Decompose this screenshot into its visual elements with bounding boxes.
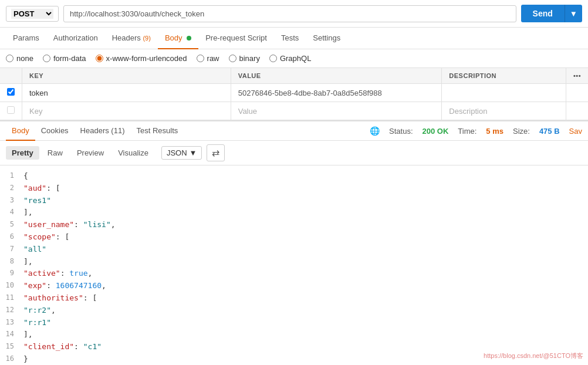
headers-badge: (9) [143,35,150,42]
tab-tests[interactable]: Tests [274,28,306,49]
format-pretty-button[interactable]: Pretty [6,146,39,160]
request-bar: POST GET PUT DELETE Send ▼ [0,0,588,28]
row-value-value: 50276846-5be8-4dbe-8ab7-0a8d5e58f988 [238,89,382,97]
json-viewer: 1 { 2 "aud": [ 3 "res1" 4 ], 5 "user_nam… [0,165,588,365]
body-dot [187,36,191,40]
globe-icon: 🌐 [370,126,380,136]
format-type-label: JSON [167,148,187,157]
format-visualize-button[interactable]: Visualize [112,146,154,160]
params-table: KEY VALUE DESCRIPTION ••• token 50276846… [0,68,588,120]
method-selector[interactable]: POST GET PUT DELETE [6,6,59,22]
row-value-cell: 50276846-5be8-4dbe-8ab7-0a8d5e58f988 [231,84,442,102]
send-dropdown-button[interactable]: ▼ [565,5,582,22]
json-line-12: 12 "r:r2", [0,305,588,317]
col-desc-header: DESCRIPTION [442,68,566,84]
json-line-10: 10 "exp": 1606747160, [0,280,588,292]
body-type-urlencoded[interactable]: x-www-form-urlencoded [96,54,187,63]
placeholder-desc: Description [449,107,487,116]
placeholder-checkbox[interactable] [7,106,15,114]
body-type-form-data[interactable]: form-data [43,54,86,63]
body-type-binary[interactable]: binary [229,54,260,63]
send-button-group: Send ▼ [521,5,582,22]
json-line-1: 1 { [0,170,588,182]
row-actions-cell [566,84,588,102]
placeholder-key-cell: Key [22,102,231,120]
status-label: Status: [389,127,413,136]
tab-params[interactable]: Params [6,28,46,49]
format-type-chevron: ▼ [190,148,197,157]
body-type-raw[interactable]: raw [197,54,219,63]
format-type-select[interactable]: JSON ▼ [161,146,202,160]
response-status-bar: 🌐 Status: 200 OK Time: 5 ms Size: 475 B … [370,126,582,136]
tab-body[interactable]: Body [158,28,198,49]
tab-authorization[interactable]: Authorization [46,28,105,49]
wrap-button[interactable]: ⇄ [207,144,225,161]
placeholder-actions-cell [566,102,588,120]
size-label: Size: [513,127,530,136]
request-tab-nav: Params Authorization Headers (9) Body Pr… [0,28,588,49]
json-line-7: 7 "all" [0,244,588,256]
placeholder-checkbox-cell [0,102,22,120]
json-line-14: 14 ], [0,329,588,341]
send-button[interactable]: Send [521,5,565,22]
time-value: 5 ms [486,127,503,136]
json-line-11: 11 "authorities": [ [0,292,588,305]
body-type-none[interactable]: none [6,54,33,63]
row-desc-cell [442,84,566,102]
table-row: token 50276846-5be8-4dbe-8ab7-0a8d5e58f9… [0,84,588,102]
json-line-16: 16 } [0,353,588,365]
tab-pre-request-script[interactable]: Pre-request Script [198,28,274,49]
row-key-cell: token [22,84,231,102]
size-value: 475 B [539,127,560,136]
col-value-header: VALUE [231,68,442,84]
json-line-9: 9 "active": true, [0,268,588,280]
format-raw-button[interactable]: Raw [42,146,69,160]
placeholder-desc-cell: Description [442,102,566,120]
format-bar: Pretty Raw Preview Visualize JSON ▼ ⇄ [0,141,588,165]
json-line-5: 5 "user_name": "lisi", [0,219,588,231]
status-value: 200 OK [423,127,449,136]
table-placeholder-row: Key Value Description [0,102,588,120]
response-tab-headers[interactable]: Headers (11) [75,121,131,141]
response-tab-cookies[interactable]: Cookies [35,121,75,141]
format-preview-button[interactable]: Preview [71,146,110,160]
response-tab-test-results[interactable]: Test Results [130,121,184,141]
body-type-bar: none form-data x-www-form-urlencoded raw… [0,49,588,68]
col-checkbox [0,68,22,84]
response-section: Body Cookies Headers (11) Test Results 🌐… [0,121,588,365]
time-label: Time: [458,127,477,136]
save-button[interactable]: Sav [569,127,582,136]
json-line-15: 15 "client_id": "c1" [0,341,588,353]
placeholder-value-cell: Value [231,102,442,120]
body-type-graphql[interactable]: GraphQL [269,54,311,63]
tab-headers[interactable]: Headers (9) [105,28,158,49]
row-key-value: token [29,89,48,97]
url-input[interactable] [63,5,516,22]
row-checkbox[interactable] [7,88,15,96]
json-line-13: 13 "r:r1" [0,317,588,329]
placeholder-value: Value [238,107,257,116]
tab-settings[interactable]: Settings [306,28,347,49]
response-tab-body[interactable]: Body [6,121,35,141]
row-checkbox-cell [0,84,22,102]
json-line-4: 4 ], [0,207,588,219]
json-line-2: 2 "aud": [ [0,182,588,195]
response-tab-bar: Body Cookies Headers (11) Test Results 🌐… [0,121,588,141]
json-line-8: 8 ], [0,256,588,268]
method-dropdown[interactable]: POST GET PUT DELETE [11,9,53,19]
placeholder-key: Key [29,107,42,116]
col-key-header: KEY [22,68,231,84]
params-table-container: KEY VALUE DESCRIPTION ••• token 50276846… [0,68,588,121]
col-actions-header: ••• [566,68,588,84]
json-line-3: 3 "res1" [0,195,588,207]
json-line-6: 6 "scope": [ [0,231,588,244]
